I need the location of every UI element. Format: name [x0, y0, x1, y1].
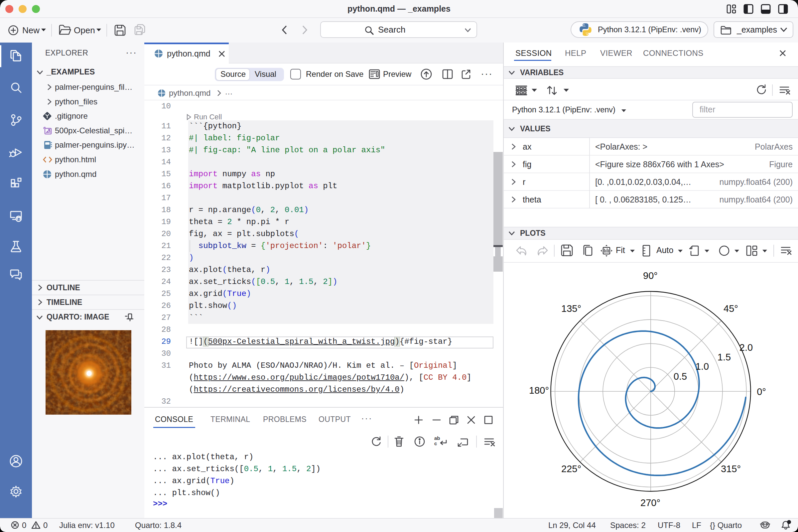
- svg-text:0.5: 0.5: [673, 371, 687, 382]
- svg-text:90°: 90°: [643, 270, 658, 281]
- svg-text:315°: 315°: [721, 463, 741, 474]
- svg-text:2.0: 2.0: [740, 342, 753, 353]
- svg-text:225°: 225°: [561, 463, 581, 474]
- svg-text:1.0: 1.0: [696, 361, 709, 372]
- svg-text:45°: 45°: [723, 303, 738, 314]
- svg-text:180°: 180°: [529, 385, 549, 396]
- svg-text:1.5: 1.5: [718, 352, 731, 362]
- svg-text:0°: 0°: [757, 386, 766, 397]
- svg-text:270°: 270°: [640, 497, 660, 508]
- svg-text:135°: 135°: [561, 303, 581, 314]
